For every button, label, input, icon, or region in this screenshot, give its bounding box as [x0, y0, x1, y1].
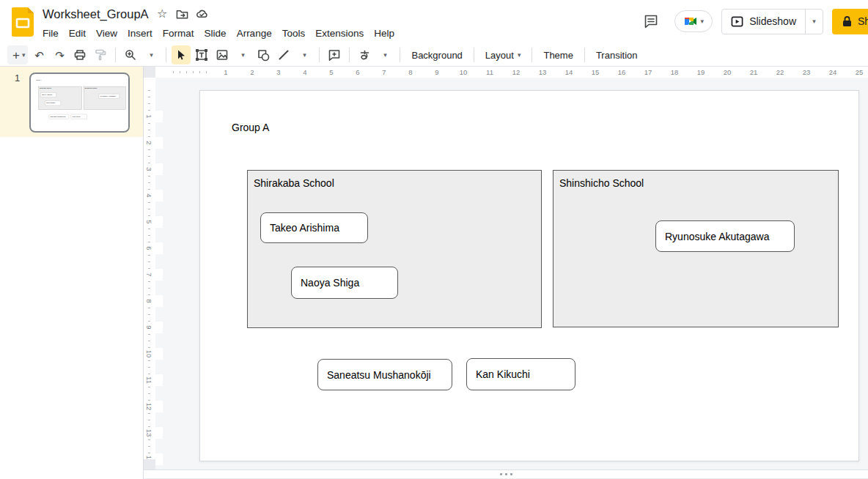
layout-dropdown-icon: ▾ [518, 51, 521, 59]
plus-icon: + [10, 49, 22, 62]
member-box-kan-kikuchi[interactable]: Kan Kikuchi [71, 114, 87, 119]
member-label: Naoya Shiga [301, 277, 359, 289]
document-title[interactable]: Worksheet_GroupA [43, 7, 149, 21]
member-box-naoya-shiga[interactable]: Naoya Shiga [291, 267, 398, 299]
menu-item[interactable]: Arrange [232, 26, 277, 41]
v-num: 4 [144, 190, 163, 201]
menu-item[interactable]: Slide [199, 26, 232, 41]
h-num: 20 [714, 67, 740, 78]
member-box-kan-kikuchi[interactable]: Kan Kikuchi [466, 358, 575, 390]
group-box-shirakaba[interactable]: Shirakaba School [38, 86, 81, 110]
menu-item[interactable]: Format [158, 26, 199, 41]
slide-title-text[interactable]: Group A [232, 122, 269, 133]
share-button[interactable]: Share [832, 9, 868, 34]
slideshow-button[interactable]: Slideshow [722, 10, 805, 34]
h-num: 6 [345, 67, 371, 78]
input-tools-button[interactable] [355, 45, 374, 64]
star-icon[interactable]: ☆ [156, 8, 169, 21]
group-box-shirakaba[interactable]: Shirakaba School [247, 170, 542, 328]
new-slide-button[interactable]: + ▾ [7, 45, 28, 64]
h-num: 9 [424, 67, 450, 78]
slide-title-text[interactable]: Group A [36, 79, 42, 81]
slideshow-label: Slideshow [749, 15, 796, 27]
member-label: Kan Kikuchi [73, 116, 81, 117]
menubar: FileEditViewInsertFormatSlideArrangeTool… [37, 23, 400, 42]
redo-button[interactable]: ↷ [50, 45, 69, 64]
member-box-ryunosuke-akutagawa[interactable]: Ryunosuke Akutagawa [99, 94, 119, 98]
text-box-button[interactable] [192, 45, 211, 64]
meet-camera-icon [683, 15, 698, 28]
background-button[interactable]: Background [405, 45, 468, 64]
h-num: 3 [265, 67, 292, 78]
slideshow-dropdown[interactable]: ▾ [805, 10, 823, 34]
theme-button[interactable]: Theme [537, 45, 578, 64]
layout-label: Layout [485, 50, 514, 61]
slide-thumbnail-content: Group A Shirakaba School Shinshicho Scho… [32, 75, 129, 130]
group-label: Shinshicho School [559, 177, 644, 189]
h-num: 23 [793, 67, 820, 78]
member-label: Takeo Arishima [270, 222, 339, 234]
member-box-saneatsu-mushanokoji[interactable]: Saneatsu Mushanokōji [317, 359, 452, 390]
member-box-naoya-shiga[interactable]: Naoya Shiga [45, 100, 61, 105]
move-to-folder-icon[interactable] [176, 8, 188, 21]
insert-image-dropdown[interactable]: ▾ [233, 45, 252, 64]
menu-item[interactable]: Help [369, 26, 400, 41]
insert-image-button[interactable] [213, 45, 232, 64]
h-num: 10 [450, 67, 477, 78]
member-box-takeo-arishima[interactable]: Takeo Arishima [40, 93, 56, 97]
member-label: Takeo Arishima [42, 94, 52, 95]
menu-item[interactable]: Tools [277, 26, 311, 41]
member-label: Naoya Shiga [46, 103, 55, 104]
h-num: 8 [397, 67, 424, 78]
menu-item[interactable]: View [91, 26, 122, 41]
comment-history-icon[interactable] [636, 8, 666, 34]
insert-line-dropdown[interactable]: ▾ [295, 45, 314, 64]
layout-button[interactable]: Layout ▾ [479, 45, 527, 64]
member-label: Kan Kikuchi [476, 368, 530, 380]
horizontal-ruler: 1234567891011121314151617181920212223242… [144, 67, 868, 78]
input-tools-icon [358, 49, 371, 62]
transition-button[interactable]: Transition [590, 45, 644, 64]
zoom-button[interactable] [121, 45, 140, 64]
insert-line-button[interactable] [274, 45, 293, 64]
vertical-ruler: 1234567891011121314 [144, 78, 155, 469]
insert-shape-button[interactable] [254, 45, 273, 64]
member-box-saneatsu-mushanokoji[interactable]: Saneatsu Mushanokōji [49, 114, 69, 119]
h-num: 5 [318, 67, 345, 78]
v-num: 11 [144, 374, 163, 386]
speaker-notes-resize-handle[interactable] [144, 469, 868, 479]
canvas-area: 1234567891011121314151617181920212223242… [144, 67, 868, 469]
v-num: 6 [144, 242, 163, 254]
slideshow-button-group: Slideshow ▾ [721, 9, 823, 34]
slide-thumbnail[interactable]: Group A Shirakaba School Shinshicho Scho… [29, 73, 130, 133]
slideshow-play-icon [731, 15, 743, 28]
member-label: Saneatsu Mushanokōji [327, 369, 431, 381]
meet-button[interactable]: ▾ [674, 10, 713, 32]
h-num: 16 [608, 67, 635, 78]
h-num: 17 [635, 67, 661, 78]
menu-item[interactable]: Insert [122, 26, 158, 41]
cloud-saved-icon[interactable] [196, 8, 208, 21]
menu-item[interactable]: File [37, 26, 64, 41]
slide-number: 1 [15, 73, 20, 83]
zoom-dropdown[interactable]: ▾ [141, 45, 161, 64]
slide-thumbnail-row[interactable]: 1 Group A Shirakaba School Shinshicho Sc… [0, 67, 143, 137]
group-label: Shirakaba School [254, 177, 334, 189]
ruler-corner [144, 67, 155, 78]
h-num: 14 [556, 67, 582, 78]
member-box-takeo-arishima[interactable]: Takeo Arishima [260, 212, 368, 243]
v-num: 2 [144, 137, 163, 149]
slide-page[interactable]: Group A Shirakaba School Shinshicho Scho… [199, 90, 859, 461]
h-num: 24 [820, 67, 846, 78]
undo-button[interactable]: ↶ [29, 45, 48, 64]
member-box-ryunosuke-akutagawa[interactable]: Ryunosuke Akutagawa [655, 220, 795, 252]
input-tools-dropdown[interactable]: ▾ [375, 45, 394, 64]
slides-logo-icon[interactable] [12, 7, 34, 37]
menu-item[interactable]: Edit [64, 26, 91, 41]
workspace: 1 Group A Shirakaba School Shinshicho Sc… [0, 67, 868, 479]
insert-comment-button[interactable] [325, 45, 344, 64]
print-button[interactable] [70, 45, 89, 64]
h-num: 12 [503, 67, 529, 78]
select-tool-button[interactable] [172, 45, 191, 64]
menu-item[interactable]: Extensions [310, 26, 369, 41]
